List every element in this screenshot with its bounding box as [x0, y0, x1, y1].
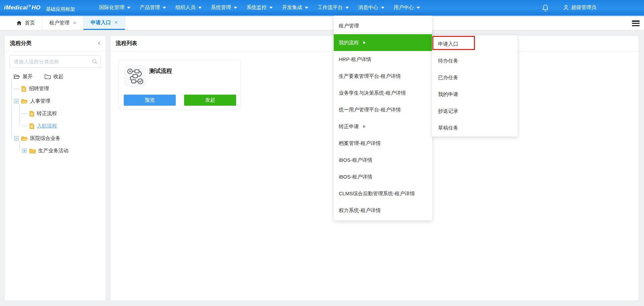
tree-item[interactable]: 招聘管理 [14, 83, 106, 95]
submenu-arrow-icon [363, 125, 366, 128]
workflow-icon [124, 65, 146, 87]
launch-button[interactable]: 发起 [184, 95, 236, 106]
chevron-down-icon [381, 7, 384, 9]
preview-button[interactable]: 预览 [124, 95, 176, 106]
tree-connector [14, 89, 19, 89]
tree-connector [22, 113, 27, 114]
folder-open-icon [21, 136, 28, 141]
folder-closed-icon [29, 148, 36, 154]
app-subtitle: 基础应用框架 [46, 6, 75, 12]
notifications-bell-icon[interactable] [542, 4, 549, 11]
tree-toggle-plus-icon[interactable]: + [22, 149, 26, 153]
chevron-down-icon [198, 7, 202, 9]
folder-open-icon [14, 74, 20, 79]
sidebar-title: 流程分类 [10, 40, 32, 46]
nav-menu-item[interactable]: 系统管理 [206, 0, 242, 15]
collapse-all-button[interactable]: 收起 [45, 73, 63, 80]
nav-menu-item[interactable]: 开发集成 [277, 0, 313, 15]
doc-icon [29, 123, 35, 129]
dropdown-menu-item[interactable]: 转正申请 [334, 118, 432, 135]
tab-application-entry[interactable]: 申请入口 × [84, 16, 125, 30]
process-name: 测试流程 [149, 67, 172, 75]
category-search-input[interactable] [9, 55, 101, 68]
dropdown-menu-item[interactable]: 我的流程 [334, 34, 432, 51]
submenu-item[interactable]: 已办任务 [432, 69, 518, 86]
doc-icon [29, 111, 35, 117]
nav-menu-item[interactable]: 工作流平台 [313, 0, 354, 15]
navbar-right: 超级管理员 [542, 4, 596, 11]
tree-item[interactable]: 入职流程 [14, 120, 106, 132]
submenu-item[interactable]: 待办任务 [432, 52, 518, 69]
home-icon [16, 20, 22, 26]
tab-list-menu-button[interactable] [632, 20, 640, 26]
app-logo: iMedical®HO 基础应用框架 [4, 4, 75, 11]
process-category-panel: 流程分类 ‹ 展开 收起 招聘管理 − 人事管理 转正流程 入职流程 [4, 35, 106, 301]
nav-menu-item[interactable]: 组织人员 [171, 0, 206, 15]
dropdown-menu-item[interactable]: 统一用户管理平台-租户详情 [334, 101, 432, 118]
chevron-down-icon [127, 7, 130, 9]
category-tree: 招聘管理 − 人事管理 转正流程 入职流程 − 医院综合业务 + 生产业务活动 [5, 83, 106, 157]
close-icon[interactable]: × [73, 20, 76, 26]
nav-menu-item[interactable]: 消息中心 [354, 0, 389, 15]
top-navbar: iMedical®HO 基础应用框架 国际化管理 产品管理 组织人员 系统管理 … [0, 0, 644, 15]
chevron-down-icon [305, 7, 308, 9]
user-icon [563, 4, 569, 11]
workflow-dropdown-menu: 租户管理 我的流程 HRP-租户详情 生产要素管理平台-租户详情 业务孪生与决策… [334, 16, 432, 220]
dropdown-menu-item[interactable]: 业务孪生与决策系统-租户详情 [334, 85, 432, 101]
tree-toggle-minus-icon[interactable]: − [14, 136, 18, 141]
submenu-item[interactable]: 草稿任务 [432, 119, 518, 136]
dropdown-menu-item[interactable]: 生产要素管理平台-租户详情 [334, 68, 432, 85]
chevron-down-icon [417, 7, 420, 9]
process-card: 测试流程 预览 发起 [118, 60, 241, 110]
dropdown-menu-item[interactable]: 档案管理-租户详情 [334, 135, 432, 152]
nav-menu-item[interactable]: 系统监控 [242, 0, 277, 15]
folder-closed-icon [45, 74, 51, 79]
tree-item[interactable]: − 医院综合业务 [14, 132, 106, 145]
panel-collapse-icon[interactable]: ‹ [98, 35, 100, 51]
user-menu[interactable]: 超级管理员 [563, 4, 596, 11]
folder-open-icon [21, 99, 28, 104]
tree-toggle-minus-icon[interactable]: − [14, 99, 18, 103]
dropdown-menu-item[interactable]: iBOS-租户详情 [334, 152, 432, 168]
close-icon[interactable]: × [114, 20, 117, 25]
user-name-label: 超级管理员 [571, 4, 596, 11]
dropdown-menu-item[interactable]: 权力系统-租户详情 [334, 202, 432, 219]
search-icon [92, 59, 98, 64]
tree-connector [22, 126, 27, 126]
tree-item[interactable]: 转正流程 [14, 107, 106, 120]
brand-logo-text: iMedical®HO [4, 4, 41, 11]
tree-item[interactable]: + 生产业务活动 [14, 145, 106, 157]
tab-home[interactable]: 首页 [9, 16, 42, 30]
dropdown-menu-item[interactable]: 租户管理 [334, 17, 432, 34]
expand-all-button[interactable]: 展开 [14, 73, 33, 80]
main-menu: 国际化管理 产品管理 组织人员 系统管理 系统监控 开发集成 工作流平台 消息中… [95, 0, 425, 15]
tab-bar: 首页 租户管理 × 申请入口 × [0, 15, 644, 30]
dropdown-menu-item[interactable]: HRP-租户详情 [334, 51, 432, 68]
main-title: 流程列表 [116, 40, 137, 46]
tree-connector [11, 79, 12, 138]
nav-menu-item[interactable]: 产品管理 [135, 0, 171, 15]
tab-tenant-management[interactable]: 租户管理 × [42, 16, 84, 30]
submenu-item[interactable]: 我的申请 [432, 86, 518, 103]
submenu-arrow-icon [363, 41, 366, 44]
my-process-submenu: 申请入口 待办任务 已办任务 我的申请 抄送记录 草稿任务 [432, 35, 518, 137]
chevron-down-icon [234, 7, 237, 9]
dropdown-menu-item[interactable]: CLMS综合后勤管理系统-租户详情 [334, 185, 432, 202]
doc-icon [21, 86, 26, 92]
chevron-down-icon [163, 7, 166, 9]
chevron-down-icon [345, 7, 349, 9]
submenu-item[interactable]: 抄送记录 [432, 103, 518, 119]
nav-menu-item[interactable]: 国际化管理 [95, 0, 135, 15]
tree-item[interactable]: − 人事管理 [14, 95, 106, 107]
dropdown-menu-item[interactable]: iBOS-租户详情 [334, 168, 432, 185]
chevron-down-icon [269, 7, 273, 9]
nav-menu-item[interactable]: 用户中心 [389, 0, 425, 15]
submenu-item[interactable]: 申请入口 [432, 36, 518, 52]
